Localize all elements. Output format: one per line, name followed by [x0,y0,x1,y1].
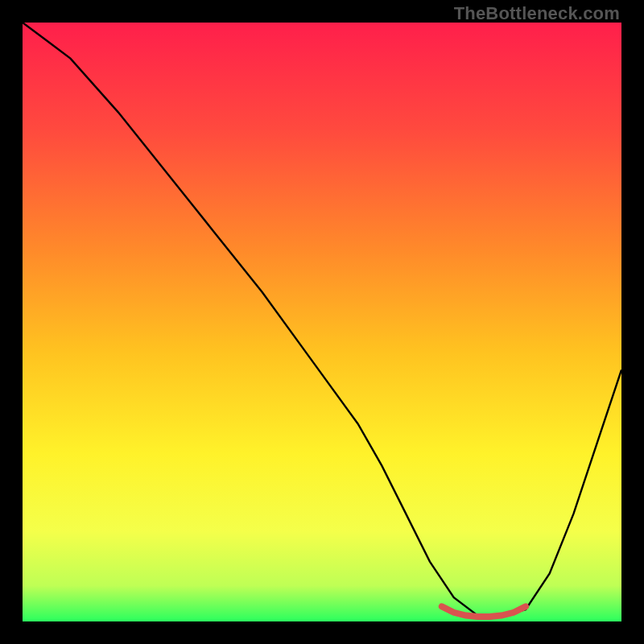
chart-svg [23,23,621,621]
gradient-background [23,23,621,621]
plot-area [23,23,621,621]
watermark-text: TheBottleneck.com [454,3,620,24]
chart-frame: TheBottleneck.com [0,0,644,644]
